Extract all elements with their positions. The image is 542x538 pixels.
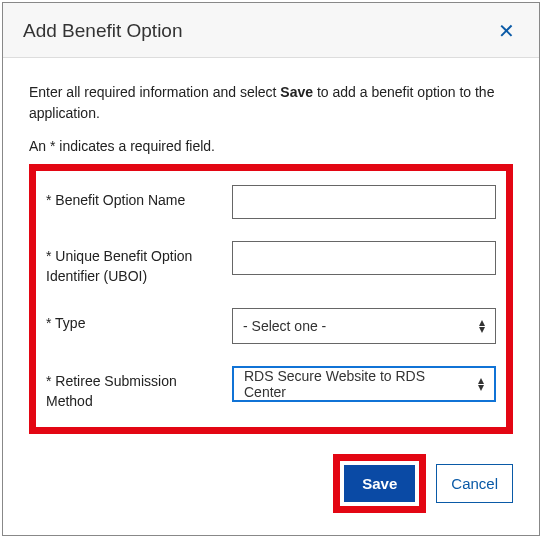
type-label: * Type [46, 308, 216, 334]
close-icon[interactable]: ✕ [494, 19, 519, 43]
chevron-sort-icon: ▴▾ [479, 319, 485, 333]
uboi-label: * Unique Benefit Option Identifier (UBOI… [46, 241, 216, 286]
cancel-button[interactable]: Cancel [436, 464, 513, 503]
chevron-sort-icon: ▴▾ [478, 377, 484, 391]
field-row-benefit-name: * Benefit Option Name [46, 185, 496, 219]
add-benefit-option-dialog: Add Benefit Option ✕ Enter all required … [2, 2, 540, 536]
intro-bold: Save [280, 84, 313, 100]
save-button[interactable]: Save [344, 465, 415, 502]
type-select[interactable]: - Select one - ▴▾ [232, 308, 496, 344]
form-highlight-area: * Benefit Option Name * Unique Benefit O… [29, 164, 513, 434]
field-row-uboi: * Unique Benefit Option Identifier (UBOI… [46, 241, 496, 286]
dialog-title: Add Benefit Option [23, 20, 183, 42]
field-row-type: * Type - Select one - ▴▾ [46, 308, 496, 344]
uboi-input[interactable] [232, 241, 496, 275]
intro-text: Enter all required information and selec… [29, 82, 513, 124]
benefit-name-label: * Benefit Option Name [46, 185, 216, 211]
type-selected-value: - Select one - [243, 318, 326, 334]
submission-label: * Retiree Submission Method [46, 366, 216, 411]
field-row-submission: * Retiree Submission Method RDS Secure W… [46, 366, 496, 411]
submission-select[interactable]: RDS Secure Website to RDS Center ▴▾ [232, 366, 496, 402]
dialog-footer: Save Cancel [29, 454, 513, 513]
required-hint: An * indicates a required field. [29, 138, 513, 154]
benefit-name-input[interactable] [232, 185, 496, 219]
submission-selected-value: RDS Secure Website to RDS Center [244, 368, 466, 400]
dialog-header: Add Benefit Option ✕ [3, 3, 539, 58]
dialog-body: Enter all required information and selec… [3, 58, 539, 535]
intro-pre: Enter all required information and selec… [29, 84, 280, 100]
save-highlight: Save [333, 454, 426, 513]
